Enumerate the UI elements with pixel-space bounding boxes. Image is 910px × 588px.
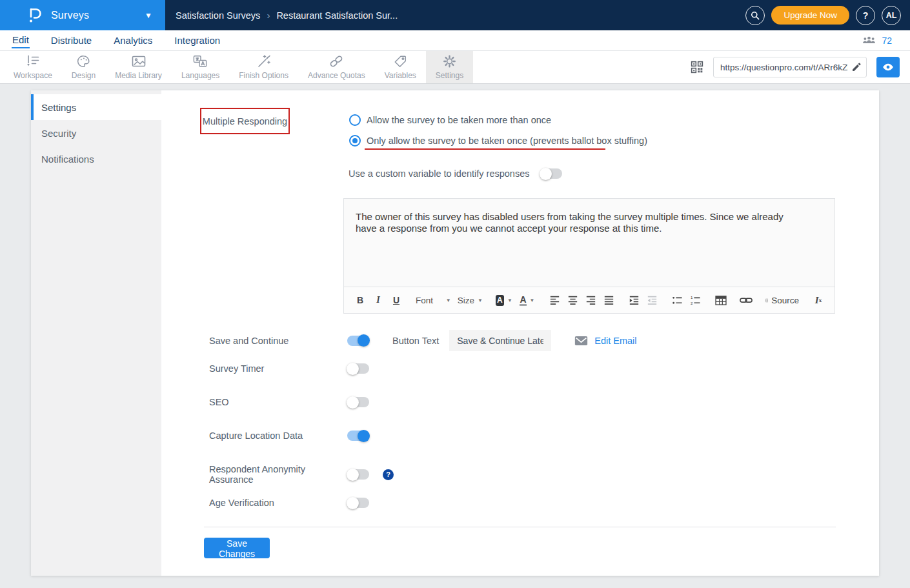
edit-url-pencil-icon[interactable] [851,61,862,72]
insert-link-button[interactable] [738,291,754,309]
survey-timer-row: Survey Timer [209,363,369,374]
radio-option-multiple-allowed[interactable]: Allow the survey to be taken more than o… [349,114,551,126]
toolbar-item-advance-quotas[interactable]: Advance Quotas [298,51,375,83]
media-library-icon [131,54,147,68]
size-dropdown[interactable]: Size▼ [455,291,485,309]
breadcrumb-separator-icon: › [267,10,270,21]
product-name: Surveys [51,10,89,21]
disabled-message-editor[interactable]: The owner of this survey has disabled us… [343,198,835,314]
sidebar-item-notifications[interactable]: Notifications [31,146,161,172]
text-color-button[interactable]: A▼ [516,291,538,309]
tab-edit[interactable]: Edit [12,33,30,48]
custom-variable-label: Use a custom variable to identify respon… [349,168,529,179]
qr-code-icon[interactable] [691,61,703,74]
edit-email-link[interactable]: Edit Email [594,336,636,346]
search-icon [750,10,760,21]
sidebar-item-security[interactable]: Security [31,120,161,146]
svg-text:2: 2 [691,301,693,305]
tab-integration[interactable]: Integration [174,34,221,48]
font-dropdown[interactable]: Font▼ [413,291,454,309]
survey-url-input[interactable] [713,57,867,77]
survey-toolbar: Workspace Design Media Library [0,51,910,84]
preview-survey-button[interactable] [876,57,900,77]
help-button[interactable]: ? [856,6,875,25]
background-color-icon: A [496,295,504,306]
chevron-down-icon: ▼ [145,11,152,20]
underline-button[interactable]: U [388,291,405,309]
settings-page-card: Settings Security Notifications Multiple… [31,90,879,576]
toolbar-item-workspace[interactable]: Workspace [4,51,62,83]
bold-button[interactable]: B [352,291,369,309]
survey-timer-toggle[interactable] [347,363,369,374]
bulleted-list-button[interactable] [669,291,686,309]
save-and-continue-row: Save and Continue Button Text Edit Email [209,330,637,351]
toolbar-item-variables[interactable]: Variables [375,51,426,83]
capture-location-toggle[interactable] [347,431,369,441]
align-justify-button[interactable] [601,291,618,309]
eye-icon [882,63,894,72]
respondent-anonymity-toggle[interactable] [347,469,369,480]
sidebar-item-settings[interactable]: Settings [31,94,161,120]
save-changes-button[interactable]: Save Changes [204,538,270,558]
chevron-down-icon: ▼ [530,298,535,303]
outdent-button[interactable] [644,291,661,309]
background-color-button[interactable]: A▼ [493,291,515,309]
age-verification-row: Age Verification [209,498,369,508]
tab-distribute[interactable]: Distribute [50,34,92,48]
source-button[interactable]: Source [763,291,802,309]
save-and-continue-label: Save and Continue [209,336,347,346]
tab-analytics[interactable]: Analytics [113,34,153,48]
toolbar-item-finish-options[interactable]: Finish Options [229,51,298,83]
svg-text:1: 1 [691,296,693,299]
main-nav-tabs: Edit Distribute Analytics Integration 72 [0,30,910,51]
toolbar-item-design[interactable]: Design [62,51,105,83]
respondent-anonymity-row: Respondent Anonymity Assurance ? [209,464,394,485]
button-text-input[interactable] [449,330,551,351]
indent-button[interactable] [626,291,643,309]
breadcrumb-parent[interactable]: Satisfaction Surveys [176,10,260,21]
save-and-continue-toggle[interactable] [347,336,369,346]
radio-selected-icon[interactable] [349,135,361,147]
capture-location-row: Capture Location Data [209,431,369,441]
upgrade-now-button[interactable]: Upgrade Now [771,6,849,25]
text-color-icon: A [520,295,526,306]
breadcrumb-bar: Satisfaction Surveys › Restaurant Satisf… [165,0,910,30]
age-verification-toggle[interactable] [347,498,369,508]
toolbar-item-media-library[interactable]: Media Library [105,51,172,83]
insert-table-button[interactable] [713,291,729,309]
editor-message-text[interactable]: The owner of this survey has disabled us… [344,199,834,234]
variables-tag-icon [393,54,408,68]
align-center-button[interactable] [565,291,581,309]
top-bar: Surveys ▼ Satisfaction Surveys › Restaur… [0,0,910,30]
custom-variable-row: Use a custom variable to identify respon… [349,168,562,179]
advance-quotas-chain-icon [329,54,344,68]
radio-option-only-once[interactable]: Only allow the survey to be taken once (… [349,135,647,147]
italic-button[interactable]: I [370,291,387,309]
questionpro-logo-icon [28,7,43,24]
collaborators-count[interactable]: 72 [882,35,892,46]
chevron-down-icon: ▼ [507,298,512,303]
chevron-down-icon: ▼ [446,298,451,303]
search-button[interactable] [745,6,765,25]
remove-format-button[interactable]: Ix [810,291,827,309]
seo-toggle[interactable] [347,397,369,407]
product-switcher[interactable]: Surveys ▼ [0,0,165,30]
radio-unselected-icon[interactable] [349,114,361,126]
avatar[interactable]: AL [882,6,901,25]
help-circle-icon[interactable]: ? [383,469,394,480]
align-left-button[interactable] [547,291,563,309]
mail-icon[interactable] [574,336,588,346]
toolbar-item-languages[interactable]: Languages [172,51,229,83]
workspace-icon [25,54,41,68]
custom-variable-toggle[interactable] [540,168,562,179]
button-text-label: Button Text [392,336,439,346]
editor-toolbar: B I U Font▼ Size▼ A▼ A▼ [344,287,834,313]
settings-sidebar: Settings Security Notifications [31,90,161,576]
chevron-down-icon: ▼ [478,298,483,303]
section-divider [204,527,836,527]
toolbar-item-settings[interactable]: Settings [426,51,473,83]
settings-gear-icon [442,54,457,68]
collaborators-icon [862,35,876,45]
numbered-list-button[interactable]: 12 [687,291,704,309]
align-right-button[interactable] [583,291,600,309]
